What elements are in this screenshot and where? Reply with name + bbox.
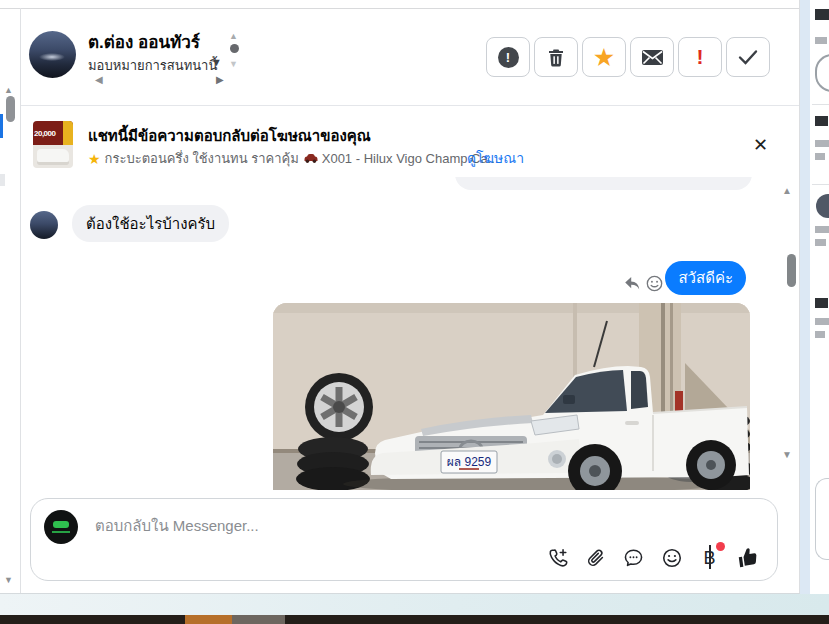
star-icon: ★ <box>593 45 615 70</box>
attachment-image[interactable]: ผล 9259 <box>273 303 750 490</box>
exclamation-circle-icon: ! <box>498 47 519 68</box>
incoming-message-text: ต้องใช้อะไรบ้างครับ <box>86 212 215 236</box>
panel-fragment <box>815 116 828 126</box>
panel-fragment <box>815 331 825 338</box>
mark-unread-button[interactable] <box>630 37 674 77</box>
header-scroll-left-icon[interactable]: ◀ <box>95 74 103 85</box>
chat-scrollbar-thumb[interactable] <box>787 254 796 287</box>
star-emoji-icon: ★ <box>88 151 101 167</box>
header-scroll-down-icon[interactable]: ▼ <box>229 59 238 69</box>
call-add-icon[interactable] <box>546 546 569 569</box>
ad-thumb-truck <box>37 149 69 165</box>
contact-avatar[interactable] <box>29 31 76 78</box>
left-scroll-down-icon[interactable]: ▼ <box>4 576 13 585</box>
react-emoji-icon[interactable] <box>646 275 663 292</box>
ad-thumbnail[interactable]: 20,000 <box>33 121 73 168</box>
mark-important-button[interactable]: ! <box>678 37 722 77</box>
star-button[interactable]: ★ <box>582 37 626 77</box>
close-icon[interactable]: ✕ <box>753 134 768 156</box>
chat-scroll-down-icon[interactable]: ▼ <box>782 449 792 460</box>
panel-divider <box>812 184 829 185</box>
view-ad-link[interactable]: ดูโฆษณา <box>467 147 524 169</box>
notification-dot <box>716 542 725 551</box>
contact-name: ต.ต่อง ออนทัวร์ <box>88 28 200 55</box>
incoming-message-bubble[interactable]: ต้องใช้อะไรบ้างครับ <box>72 205 229 242</box>
assignment-dropdown-label[interactable]: มอบหมายการสนทนานี้ <box>88 55 217 76</box>
delete-button[interactable] <box>534 37 578 77</box>
banner-title: แชทนี้มีข้อความตอบกลับต่อโฆษณาของคุณ <box>88 124 371 148</box>
message-avatar[interactable] <box>30 211 58 239</box>
selected-conversation-indicator <box>0 114 3 138</box>
page-logo-mark <box>53 521 69 528</box>
car-emoji-icon <box>303 153 318 164</box>
chevron-down-icon[interactable]: ▼ <box>211 56 222 68</box>
reply-composer: B <box>30 498 778 581</box>
payment-icon[interactable]: B <box>698 546 721 569</box>
left-rail-notch <box>0 174 5 186</box>
taskbar-strip <box>0 615 829 624</box>
top-divider <box>0 8 806 9</box>
saved-replies-icon[interactable] <box>622 546 645 569</box>
ad-thumb-price: 20,000 <box>34 129 55 138</box>
panel-fragment <box>815 140 829 147</box>
banner-ad-text: กระบะตอนครึ่ง ใช้งานทน ราคาคุ้ม <box>105 148 299 169</box>
panel-fragment <box>815 298 828 308</box>
header-scroll-right-icon[interactable]: ▶ <box>216 74 224 85</box>
check-icon <box>738 49 758 65</box>
details-panel-truncated <box>810 0 829 615</box>
left-scroll-up-icon[interactable]: ▲ <box>4 86 13 95</box>
license-plate-text: ผล 9259 <box>447 455 492 469</box>
reply-icon[interactable] <box>624 276 640 290</box>
panel-fragment <box>815 37 827 44</box>
baht-bar <box>709 545 711 569</box>
envelope-icon <box>642 50 663 65</box>
taskbar-orange-segment <box>185 615 232 624</box>
composer-toolbar: B <box>546 546 759 569</box>
message-input[interactable] <box>93 512 517 538</box>
emoji-icon[interactable] <box>660 546 683 569</box>
panel-fragment <box>815 226 829 233</box>
ad-thumb-ribbon <box>63 121 73 145</box>
panel-avatar-fragment <box>816 194 829 218</box>
red-exclamation-icon: ! <box>697 45 704 69</box>
panel-fragment <box>815 239 826 246</box>
page-logo-underline <box>52 531 70 533</box>
page-background-strip <box>800 0 810 615</box>
page-bottom-band <box>0 594 829 615</box>
banner-subtitle: ★ กระบะตอนครึ่ง ใช้งานทน ราคาคุ้ม X001 -… <box>88 148 499 169</box>
mark-done-button[interactable] <box>726 37 770 77</box>
panel-button-fragment[interactable] <box>815 54 829 92</box>
chat-scroll-up-icon[interactable]: ▲ <box>782 185 792 196</box>
panel-fragment <box>815 318 829 325</box>
report-button[interactable]: ! <box>486 37 530 77</box>
left-scrollbar-thumb[interactable] <box>6 96 15 122</box>
panel-divider <box>812 104 829 105</box>
taskbar-gray-segment <box>232 615 285 624</box>
page-avatar <box>44 510 78 544</box>
ad-context-banner: 20,000 แชทนี้มีข้อความตอบกลับต่อโฆษณาของ… <box>21 106 799 177</box>
attach-icon[interactable] <box>584 546 607 569</box>
trash-icon <box>547 48 565 67</box>
left-panel-divider <box>20 8 21 593</box>
outgoing-message-text: สวัสดีค่ะ <box>678 266 733 290</box>
panel-fragment <box>815 153 825 160</box>
outgoing-message-bubble[interactable]: สวัสดีค่ะ <box>665 261 746 295</box>
thumbs-up-icon[interactable] <box>736 546 759 569</box>
header-scroll-up-icon[interactable]: ▲ <box>229 31 238 41</box>
truck-photo-illustration: ผล 9259 <box>273 303 750 490</box>
panel-box-fragment <box>815 478 829 560</box>
panel-fragment <box>815 9 829 20</box>
messenger-inbox-window: ▲ ▼ ต.ต่อง ออนทัวร์ ▲ ▼ มอบหมายการสนทนาน… <box>0 0 829 624</box>
header-scroll-dot[interactable] <box>230 44 239 53</box>
